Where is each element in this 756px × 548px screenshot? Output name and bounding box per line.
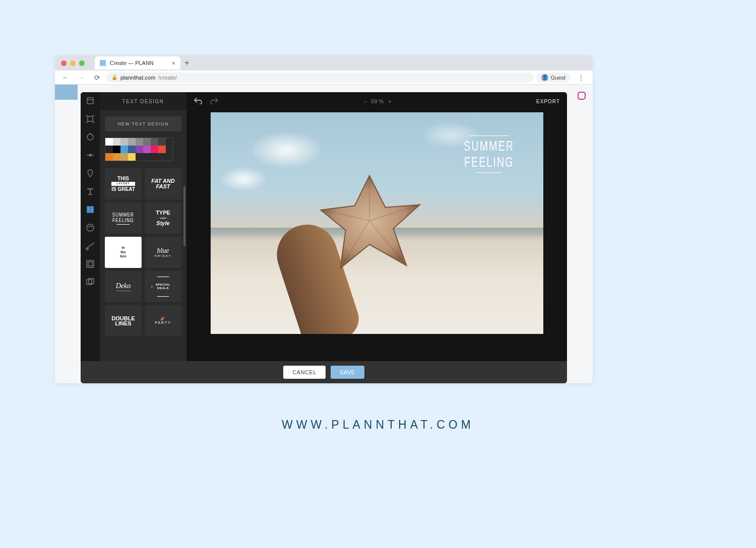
- text-design-panel: TEXT DESIGN NEW TEXT DESIGN THISLAYOUTIS…: [100, 92, 186, 361]
- zoom-value: 59 %: [371, 98, 384, 104]
- browser-tab[interactable]: Create — PLANN ×: [95, 56, 180, 70]
- user-icon: 👤: [541, 74, 548, 81]
- favicon: [100, 60, 106, 66]
- template-deko[interactable]: Deko: [105, 271, 142, 302]
- color-swatch[interactable]: [120, 153, 128, 161]
- save-button[interactable]: SAVE: [331, 366, 364, 379]
- zoom-in-button[interactable]: +: [388, 98, 392, 105]
- template-in-the-box[interactable]: inthebox: [105, 237, 142, 268]
- overlay-rule: [469, 135, 509, 136]
- color-swatch[interactable]: [113, 146, 120, 153]
- nav-back-button[interactable]: ←: [59, 73, 72, 83]
- zoom-out-button[interactable]: –: [363, 98, 367, 105]
- window-minimize-button[interactable]: [70, 60, 76, 66]
- panel-scrollbar[interactable]: [183, 186, 185, 246]
- undo-button[interactable]: [194, 97, 203, 105]
- url-input[interactable]: 🔒 plannthat.com/create/: [106, 73, 533, 83]
- browser-window: Create — PLANN × + ← → ⟳ 🔒 plannthat.com…: [55, 55, 593, 383]
- cancel-button[interactable]: CANCEL: [283, 366, 326, 379]
- color-swatch[interactable]: [143, 138, 151, 146]
- window-maximize-button[interactable]: [79, 60, 85, 66]
- lock-icon: 🔒: [111, 75, 117, 80]
- url-domain: plannthat.com: [120, 75, 155, 81]
- tool-brush-icon[interactable]: [86, 241, 95, 250]
- tool-overlay-icon[interactable]: [86, 278, 95, 287]
- color-swatch[interactable]: [128, 138, 136, 146]
- color-swatch[interactable]: [113, 153, 120, 161]
- tool-focus-icon[interactable]: [86, 151, 95, 160]
- overlay-line2: FEELING: [464, 154, 514, 170]
- overlay-rule: [476, 172, 501, 173]
- overlay-line1: SUMMER: [464, 138, 514, 154]
- cloud-decoration: [251, 132, 322, 168]
- color-swatch[interactable]: [151, 138, 158, 146]
- color-swatch[interactable]: [105, 138, 113, 146]
- canvas-area: – 59 % + EXPORT: [186, 92, 567, 361]
- svg-rect-2: [88, 116, 93, 121]
- new-tab-button[interactable]: +: [184, 58, 189, 67]
- tab-title: Create — PLANN: [110, 60, 154, 66]
- svg-rect-9: [91, 207, 93, 213]
- tool-text-design-icon[interactable]: [86, 205, 95, 214]
- svg-rect-12: [87, 260, 94, 267]
- color-swatch[interactable]: [120, 138, 128, 146]
- nav-forward-button[interactable]: →: [75, 73, 88, 83]
- color-swatch[interactable]: [113, 138, 120, 146]
- template-type-style[interactable]: TYPE· with ·Style: [145, 202, 181, 234]
- zoom-control: – 59 % +: [363, 98, 392, 105]
- template-double-lines[interactable]: DOUBLELINES: [105, 305, 142, 336]
- color-swatch[interactable]: [143, 146, 151, 153]
- template-special-deals[interactable]: SPECIALDEALS: [145, 271, 181, 302]
- panel-title: TEXT DESIGN: [100, 92, 186, 110]
- browser-menu-button[interactable]: ⋮: [574, 74, 589, 82]
- plann-logo: [55, 85, 78, 100]
- template-grid: THISLAYOUTIS GREATFAT ANDFASTSUMMERFEELI…: [105, 168, 181, 336]
- template-this-layout[interactable]: THISLAYOUTIS GREAT: [105, 168, 142, 199]
- profile-button[interactable]: 👤 Guest: [536, 73, 571, 83]
- window-controls: [55, 60, 85, 66]
- tool-library-icon[interactable]: [86, 96, 95, 105]
- browser-tab-bar: Create — PLANN × +: [55, 55, 593, 71]
- tool-filter-icon[interactable]: [86, 169, 95, 178]
- tool-transform-icon[interactable]: [86, 114, 95, 123]
- color-swatch[interactable]: [158, 138, 166, 146]
- url-path: /create/: [158, 75, 177, 81]
- footer-url: WWW.PLANNTHAT.COM: [0, 418, 756, 432]
- color-swatch[interactable]: [128, 146, 136, 153]
- new-text-design-button[interactable]: NEW TEXT DESIGN: [105, 116, 181, 131]
- color-swatch[interactable]: [136, 146, 143, 153]
- tool-adjust-icon[interactable]: [86, 132, 95, 142]
- tool-sticker-icon[interactable]: [86, 223, 95, 232]
- text-overlay[interactable]: SUMMER FEELING: [453, 133, 525, 175]
- tool-frame-icon[interactable]: [86, 259, 95, 268]
- template-summer-feeling[interactable]: SUMMERFEELING: [105, 202, 142, 234]
- color-swatch[interactable]: [120, 146, 128, 153]
- instagram-icon: [578, 92, 586, 100]
- canvas[interactable]: SUMMER FEELING: [211, 112, 543, 334]
- tool-text-icon[interactable]: [86, 187, 95, 196]
- browser-address-bar: ← → ⟳ 🔒 plannthat.com/create/ 👤 Guest ⋮: [55, 71, 593, 85]
- color-swatch[interactable]: [136, 138, 143, 146]
- page-content: TEXT DESIGN NEW TEXT DESIGN THISLAYOUTIS…: [55, 85, 593, 383]
- svg-point-3: [87, 134, 93, 140]
- color-swatch[interactable]: [151, 146, 158, 153]
- template-fat-fast[interactable]: FAT ANDFAST: [145, 168, 181, 199]
- color-swatch[interactable]: [105, 153, 113, 161]
- color-swatch[interactable]: [105, 146, 113, 153]
- color-swatch[interactable]: [128, 153, 136, 161]
- template-party[interactable]: 🎉PARTY: [145, 305, 181, 336]
- template-blue-friday[interactable]: blueFRIDAY: [145, 237, 181, 268]
- panel-content: NEW TEXT DESIGN THISLAYOUTIS GREATFAT AN…: [100, 110, 186, 361]
- nav-reload-button[interactable]: ⟳: [91, 73, 103, 83]
- color-swatch[interactable]: [158, 146, 166, 153]
- svg-point-10: [87, 224, 94, 231]
- svg-rect-8: [87, 207, 90, 213]
- tab-close-icon[interactable]: ×: [171, 59, 175, 67]
- redo-button[interactable]: [210, 97, 219, 105]
- export-button[interactable]: EXPORT: [536, 99, 560, 104]
- window-close-button[interactable]: [61, 60, 67, 66]
- starfish-decoration: [311, 168, 427, 273]
- canvas-toolbar: – 59 % + EXPORT: [186, 92, 567, 110]
- color-swatches: [105, 138, 173, 161]
- tool-rail: [81, 92, 100, 361]
